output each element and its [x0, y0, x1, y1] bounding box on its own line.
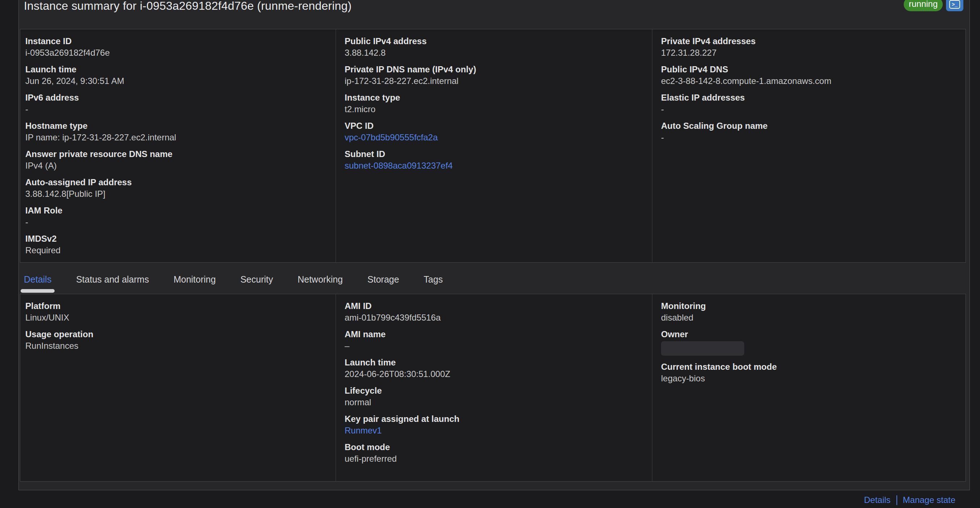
tab-monitoring[interactable]: Monitoring [173, 265, 216, 294]
tab-label: Status and alarms [76, 274, 149, 285]
field-instance-type: Instance typet2.micro [345, 92, 645, 115]
footer-link-details[interactable]: Details [864, 495, 890, 505]
footer-actions: DetailsManage state [864, 495, 955, 505]
field-label: Lifecycle [345, 385, 645, 396]
field-value: ip-172-31-28-227.ec2.internal [345, 76, 645, 86]
tab-status-and-alarms[interactable]: Status and alarms [76, 265, 149, 294]
summary-column-3: Private IPv4 addresses172.31.28.227Publi… [652, 29, 966, 262]
redacted-value [661, 341, 744, 356]
field-private-ip-dns-name-ipv4-only: Private IP DNS name (IPv4 only)ip-172-31… [345, 64, 645, 86]
field-value: t2.micro [345, 104, 645, 115]
field-imdsv2: IMDSv2Required [25, 233, 328, 256]
connect-console-button[interactable]: >_ [946, 0, 963, 11]
footer-link-manage-state[interactable]: Manage state [903, 495, 955, 505]
field-value: - [25, 104, 328, 115]
field-label: Launch time [25, 64, 328, 75]
tab-label: Storage [368, 274, 399, 285]
field-value: ami-01b799c439fd5516a [345, 312, 645, 323]
field-label: IMDSv2 [25, 233, 328, 244]
field-label: IAM Role [25, 205, 328, 216]
field-label: Public IPv4 address [345, 36, 645, 47]
field-launch-time: Launch time2024-06-26T08:30:51.000Z [345, 357, 645, 379]
active-tab-underline [21, 289, 55, 293]
field-boot-mode: Boot modeuefi-preferred [345, 442, 645, 464]
field-label: Instance ID [25, 36, 328, 47]
field-label: Public IPv4 DNS [661, 64, 958, 75]
field-public-ipv4-dns: Public IPv4 DNSec2-3-88-142-8.compute-1.… [661, 64, 958, 86]
field-value: – [345, 341, 645, 351]
field-value: normal [345, 397, 645, 408]
field-label: Private IPv4 addresses [661, 36, 958, 47]
field-answer-private-resource-dns-name: Answer private resource DNS nameIPv4 (A) [25, 149, 328, 171]
field-label: Current instance boot mode [661, 361, 958, 372]
field-elastic-ip-addresses: Elastic IP addresses- [661, 92, 958, 115]
field-value: ec2-3-88-142-8.compute-1.amazonaws.com [661, 76, 958, 86]
tab-storage[interactable]: Storage [368, 265, 399, 294]
summary-column-2: Public IPv4 address3.88.142.8Private IP … [336, 29, 652, 262]
field-ami-name: AMI name– [345, 329, 645, 351]
field-value: Required [25, 245, 328, 256]
field-value-link[interactable]: Runmev1 [345, 425, 382, 436]
field-label: Answer private resource DNS name [25, 149, 328, 159]
field-label: Subnet ID [345, 149, 645, 159]
details-column-3: MonitoringdisabledOwnerCurrent instance … [652, 294, 966, 481]
field-label: Auto-assigned IP address [25, 177, 328, 188]
instance-summary-panel: Instance IDi-0953a269182f4d76eLaunch tim… [20, 29, 966, 263]
field-ami-id: AMI IDami-01b799c439fd5516a [345, 301, 645, 323]
field-label: Monitoring [661, 301, 958, 312]
field-subnet-id: Subnet IDsubnet-0898aca0913237ef4 [345, 149, 645, 171]
field-hostname-type: Hostname typeIP name: ip-172-31-28-227.e… [25, 121, 328, 143]
field-launch-time: Launch timeJun 26, 2024, 9:30:51 AM [25, 64, 328, 86]
field-value: 3.88.142.8 [345, 48, 645, 58]
field-label: Key pair assigned at launch [345, 414, 645, 424]
page-header: Instance summary for i-0953a269182f4d76e… [24, 0, 352, 13]
field-auto-assigned-ip-address: Auto-assigned IP address3.88.142.8[Publi… [25, 177, 328, 199]
field-value: 3.88.142.8[Public IP] [25, 188, 328, 199]
terminal-icon: >_ [949, 0, 960, 9]
field-label: Instance type [345, 92, 645, 103]
field-label: Auto Scaling Group name [661, 121, 958, 131]
field-value: uefi-preferred [345, 453, 645, 464]
tab-tags[interactable]: Tags [424, 265, 443, 294]
field-label: Private IP DNS name (IPv4 only) [345, 64, 645, 75]
field-value: IP name: ip-172-31-28-227.ec2.internal [25, 132, 328, 143]
field-label: AMI name [345, 329, 645, 340]
tab-networking[interactable]: Networking [298, 265, 343, 294]
header-badges: running >_ [904, 0, 963, 11]
field-label: Hostname type [25, 121, 328, 131]
field-value: - [25, 217, 328, 228]
field-public-ipv4-address: Public IPv4 address3.88.142.8 [345, 36, 645, 58]
field-label: Boot mode [345, 442, 645, 453]
footer-link-divider [896, 495, 897, 505]
field-usage-operation: Usage operationRunInstances [25, 329, 328, 351]
tab-label: Security [240, 274, 273, 285]
field-key-pair-assigned-at-launch: Key pair assigned at launchRunmev1 [345, 414, 645, 436]
tab-details[interactable]: Details [24, 265, 51, 294]
field-value: - [661, 132, 958, 143]
field-owner: Owner [661, 329, 958, 356]
tab-bar: DetailsStatus and alarmsMonitoringSecuri… [20, 265, 966, 294]
tab-security[interactable]: Security [240, 265, 273, 294]
details-column-2: AMI IDami-01b799c439fd5516aAMI name–Laun… [336, 294, 652, 481]
status-badge: running [904, 0, 943, 11]
field-label: Elastic IP addresses [661, 92, 958, 103]
field-value: legacy-bios [661, 373, 958, 384]
field-label: Platform [25, 301, 328, 312]
field-platform: PlatformLinux/UNIX [25, 301, 328, 323]
field-value-link[interactable]: vpc-07bd5b90555fcfa2a [345, 132, 438, 143]
field-current-instance-boot-mode: Current instance boot modelegacy-bios [661, 361, 958, 384]
field-value-link[interactable]: subnet-0898aca0913237ef4 [345, 160, 453, 171]
field-label: Owner [661, 329, 958, 340]
field-value: - [661, 104, 958, 115]
details-panel: PlatformLinux/UNIXUsage operationRunInst… [20, 294, 966, 482]
field-value: i-0953a269182f4d76e [25, 48, 328, 58]
field-iam-role: IAM Role- [25, 205, 328, 228]
field-vpc-id: VPC IDvpc-07bd5b90555fcfa2a [345, 121, 645, 143]
field-value: 2024-06-26T08:30:51.000Z [345, 369, 645, 379]
field-value: IPv4 (A) [25, 160, 328, 171]
field-value: Jun 26, 2024, 9:30:51 AM [25, 76, 328, 86]
field-lifecycle: Lifecyclenormal [345, 385, 645, 408]
details-column-1: PlatformLinux/UNIXUsage operationRunInst… [20, 294, 336, 481]
field-value: disabled [661, 312, 958, 323]
field-label: IPv6 address [25, 92, 328, 103]
